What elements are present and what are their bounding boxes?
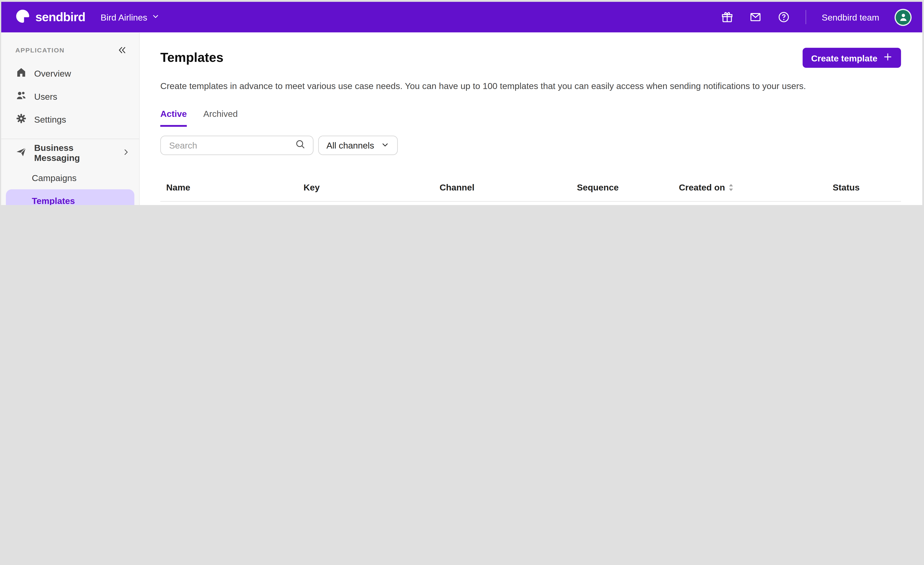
main-content: Templates Create template Create templat…	[140, 33, 922, 205]
page-title: Templates	[160, 50, 223, 66]
sidebar-item-campaigns[interactable]: Campaigns	[1, 166, 139, 189]
page-description: Create templates in advance to meet vari…	[160, 81, 901, 91]
sendbird-logo[interactable]: sendbird	[15, 9, 86, 26]
search-box[interactable]	[160, 136, 314, 155]
table-header: Name Key Channel Sequence Created on Sta…	[160, 176, 901, 201]
sidebar-item-templates[interactable]: Templates	[6, 189, 135, 205]
sidebar: APPLICATION Overview Users Settings B	[1, 33, 140, 205]
tab-bar: Active Archived	[160, 108, 901, 127]
channel-filter-value: All channels	[326, 140, 374, 150]
application-name: Bird Airlines	[100, 12, 147, 22]
search-icon	[295, 138, 306, 152]
gear-icon	[15, 113, 27, 126]
col-header-name: Name	[160, 180, 297, 195]
col-header-created-on: Created on	[673, 180, 826, 195]
sidebar-item-settings[interactable]: Settings	[1, 108, 139, 131]
sidebar-item-label: Settings	[34, 114, 66, 124]
plus-icon	[883, 52, 893, 63]
sidebar-item-label: Campaigns	[32, 173, 76, 183]
filter-controls: All channels	[160, 136, 901, 155]
table-row[interactable]: In-flight Wifi Promo pr01 In-app feed Pu…	[160, 201, 901, 205]
sort-icon[interactable]	[729, 184, 734, 191]
col-header-status: Status	[826, 180, 901, 195]
sidebar-item-users[interactable]: Users	[1, 85, 139, 108]
chevron-down-icon	[152, 12, 160, 22]
templates-table: Name Key Channel Sequence Created on Sta…	[160, 176, 901, 205]
application-selector[interactable]: Bird Airlines	[100, 12, 159, 22]
sidebar-collapse-icon[interactable]	[117, 45, 128, 56]
chevron-right-icon	[122, 147, 131, 158]
home-icon	[15, 66, 27, 80]
create-template-button[interactable]: Create template	[803, 48, 901, 68]
channel-filter-dropdown[interactable]: All channels	[318, 136, 398, 155]
sidebar-item-label: Overview	[34, 69, 71, 78]
gift-icon[interactable]	[721, 11, 734, 24]
sidebar-item-label: Users	[34, 92, 57, 101]
topbar-divider	[806, 10, 806, 24]
sidebar-section-label: APPLICATION	[15, 47, 64, 54]
help-icon[interactable]	[777, 11, 790, 24]
col-header-key: Key	[297, 180, 434, 195]
sidebar-item-overview[interactable]: Overview	[1, 62, 139, 85]
mail-icon[interactable]	[749, 11, 762, 24]
chevron-down-icon	[381, 140, 389, 151]
sidebar-group-business-messaging[interactable]: Business Messaging	[1, 139, 139, 166]
create-template-label: Create template	[811, 53, 878, 63]
search-input[interactable]	[168, 140, 294, 151]
topbar: sendbird Bird Airlines Sendbird team	[1, 2, 922, 32]
user-name: Sendbird team	[822, 12, 879, 22]
app-window: sendbird Bird Airlines Sendbird team	[1, 2, 922, 205]
users-icon	[15, 90, 27, 103]
sidebar-group-label: Business Messaging	[34, 143, 114, 163]
col-header-sequence: Sequence	[571, 180, 673, 195]
user-avatar[interactable]	[894, 9, 912, 26]
paper-plane-icon	[15, 146, 27, 159]
col-header-channel: Channel	[434, 180, 571, 195]
sendbird-bird-icon	[15, 9, 30, 26]
tab-archived[interactable]: Archived	[203, 108, 238, 127]
sidebar-item-label: Templates	[32, 196, 75, 205]
screen: sendbird Bird Airlines Sendbird team	[0, 0, 924, 205]
topbar-actions: Sendbird team	[721, 9, 912, 26]
brand-text: sendbird	[35, 10, 85, 24]
tab-active[interactable]: Active	[160, 108, 187, 127]
